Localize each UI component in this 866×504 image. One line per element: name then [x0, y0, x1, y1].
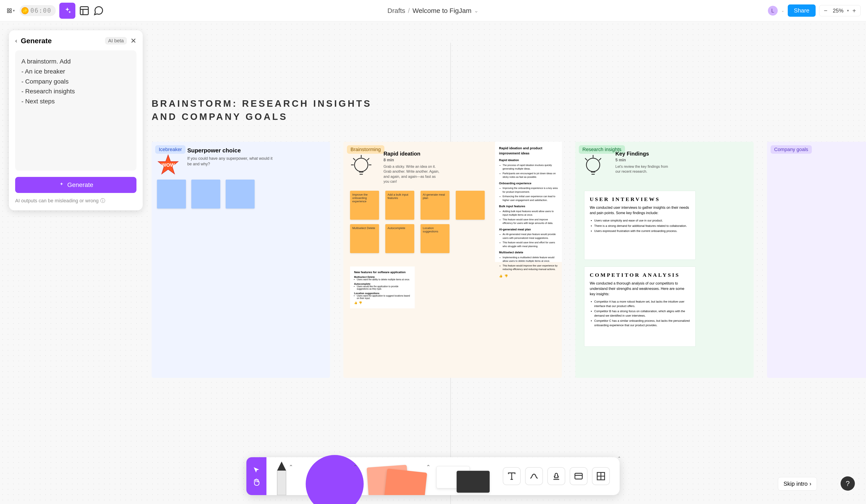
- chevron-down-icon[interactable]: ⌄: [781, 9, 784, 13]
- research-bullet: Users value simplicity and ease of use i…: [594, 218, 690, 223]
- ai-prompt-text: A brainstorm. Add - An ice breaker - Com…: [21, 57, 130, 106]
- zoom-out-button[interactable]: −: [822, 7, 829, 14]
- svg-rect-25: [575, 473, 582, 479]
- sticky-note[interactable]: AI-generate meal plan: [421, 191, 449, 220]
- ai-prompt-textarea[interactable]: A brainstorm. Add - An ice breaker - Com…: [15, 50, 136, 171]
- stamp-tool[interactable]: [547, 467, 565, 485]
- research-bullet: Competitor A has a more robust feature s…: [594, 299, 690, 308]
- cursor-icon[interactable]: [252, 466, 260, 474]
- templates-button[interactable]: [79, 5, 90, 16]
- chevron-up-icon[interactable]: ⌃: [289, 464, 293, 470]
- sticky-note[interactable]: [226, 180, 255, 208]
- table-icon: [596, 471, 606, 481]
- layout-icon: [79, 5, 90, 16]
- thumbs-down-icon[interactable]: 👎: [359, 301, 362, 305]
- sparkle-icon: [58, 182, 65, 188]
- sticky-note[interactable]: Add a bulk input features: [385, 191, 414, 220]
- info-icon[interactable]: ⓘ: [100, 197, 105, 204]
- table-tool[interactable]: [592, 467, 610, 485]
- ai-disclaimer: AI outputs can be misleading or wrong ⓘ: [15, 197, 136, 204]
- breadcrumb-root[interactable]: Drafts: [388, 7, 406, 14]
- section-icon: [574, 471, 584, 481]
- doc-section-heading: Autocomplete: [354, 283, 411, 285]
- close-button[interactable]: ✕: [131, 36, 136, 45]
- section-tool[interactable]: [570, 467, 588, 485]
- chevron-down-icon[interactable]: ▾: [847, 9, 849, 13]
- stamp-icon: [552, 471, 561, 481]
- shape-tool[interactable]: ⌃: [297, 459, 359, 495]
- sticky-note[interactable]: [191, 180, 220, 208]
- section-tag-icebreaker[interactable]: Icebreaker: [155, 145, 186, 154]
- sticky-note[interactable]: Autocomplete: [385, 224, 414, 253]
- ai-panel-title: Generate: [21, 37, 101, 45]
- thumbs-up-icon[interactable]: 👍: [354, 301, 357, 305]
- brainstorming-duration: 8 min: [384, 158, 442, 162]
- section-icebreaker[interactable]: Icebreaker WOW Superpower choice If you …: [152, 142, 330, 378]
- brainstorming-summary-doc[interactable]: Rapid ideation and product improvement i…: [495, 142, 562, 262]
- research-card-interviews[interactable]: User Interviews We conducted user interv…: [584, 191, 696, 260]
- lightbulb-icon: [580, 153, 607, 180]
- card-title: Competitor Analysis: [590, 272, 690, 278]
- brainstorming-sticky-row1: Improve the onboarding experience Add a …: [350, 191, 487, 220]
- sticky-note[interactable]: Location suggestions: [421, 224, 449, 253]
- section-tag-goals[interactable]: Company goals: [770, 145, 812, 154]
- grid-icon: [7, 8, 12, 13]
- breadcrumb-separator: /: [408, 7, 410, 14]
- summary-group-heading: Multiselect delete: [499, 250, 558, 255]
- connector-tool[interactable]: ⌃: [525, 467, 543, 485]
- summary-bullet: Participants are encouraged to jot down …: [502, 172, 558, 179]
- back-button[interactable]: ‹: [15, 37, 17, 44]
- zoom-value[interactable]: 25%: [831, 8, 845, 14]
- sticky-note[interactable]: Improve the onboarding experience: [350, 191, 379, 220]
- chevron-up-icon[interactable]: ⌃: [426, 464, 431, 470]
- chevron-down-icon[interactable]: ⌄: [474, 8, 478, 14]
- ai-generate-panel: ‹ Generate AI beta ✕ A brainstorm. Add -…: [9, 30, 143, 210]
- section-research[interactable]: Research insights Key Findings 5 min Let…: [575, 142, 754, 378]
- widget-preview-icon: [436, 464, 492, 495]
- generate-button[interactable]: Generate: [15, 177, 136, 193]
- zoom-in-button[interactable]: +: [851, 7, 858, 14]
- sticky-tool[interactable]: ⌃: [361, 459, 432, 495]
- research-heading: Key Findings: [615, 151, 673, 157]
- canvas[interactable]: ‹ Generate AI beta ✕ A brainstorm. Add -…: [0, 21, 866, 504]
- thumbs-up-icon[interactable]: 👍: [499, 274, 502, 278]
- section-company-goals[interactable]: Company goals: [767, 142, 866, 378]
- widget-tool[interactable]: [434, 459, 497, 495]
- user-avatar[interactable]: L: [768, 6, 778, 15]
- chevron-up-icon[interactable]: ⌃: [353, 464, 357, 470]
- topbar-left: ▾ ✨ 06:00: [5, 3, 104, 19]
- icebreaker-content: Superpower choice If you could have any …: [187, 147, 277, 167]
- thumbs-down-icon[interactable]: 👎: [504, 274, 508, 278]
- section-brainstorming[interactable]: Brainstorming Rapid ideation 8 min Grab …: [343, 142, 562, 378]
- research-card-competitor[interactable]: Competitor Analysis We conducted a thoro…: [584, 266, 696, 347]
- ai-disclaimer-text: AI outputs can be misleading or wrong: [15, 198, 99, 204]
- svg-point-17: [586, 158, 600, 172]
- help-button[interactable]: ?: [841, 477, 855, 491]
- text-tool[interactable]: [503, 467, 521, 485]
- research-bullet: Users expressed frustration with the cur…: [594, 229, 690, 233]
- brainstorming-sticky-row2: Multiselect Delete Autocomplete Location…: [350, 224, 452, 253]
- doc-bullet: Users want the application to suggest lo…: [357, 295, 411, 299]
- chevron-up-icon[interactable]: ⌃: [618, 456, 621, 461]
- card-title: User Interviews: [590, 196, 690, 202]
- sticky-note[interactable]: [456, 191, 485, 220]
- summary-bullet: The process of rapid ideation involves q…: [502, 163, 558, 171]
- doc-title: New features for software application: [354, 271, 411, 274]
- section-tag-brainstorming[interactable]: Brainstorming: [347, 145, 385, 154]
- skip-intro-button[interactable]: Skip intro ›: [778, 477, 817, 491]
- document-title[interactable]: Welcome to FigJam: [412, 7, 471, 14]
- sticky-note[interactable]: [157, 180, 186, 208]
- timer-pill[interactable]: ✨ 06:00: [20, 5, 56, 16]
- research-content: Key Findings 5 min Let's review the key …: [615, 151, 673, 174]
- hand-icon[interactable]: [252, 478, 260, 486]
- share-button[interactable]: Share: [788, 4, 815, 17]
- main-menu-button[interactable]: ▾: [5, 5, 16, 16]
- comments-button[interactable]: [93, 5, 104, 16]
- doc-bullet: Users want the ability to delete multipl…: [357, 278, 411, 281]
- text-icon: [507, 471, 517, 481]
- marker-tool[interactable]: ⌃: [268, 459, 295, 495]
- ai-generate-button[interactable]: [59, 3, 75, 19]
- sticky-note[interactable]: Multiselect Delete: [350, 224, 379, 253]
- canvas-heading[interactable]: Brainstorm: Research Insights and Compan…: [152, 97, 372, 124]
- brainstorming-features-doc[interactable]: New features for software application Mu…: [350, 266, 415, 308]
